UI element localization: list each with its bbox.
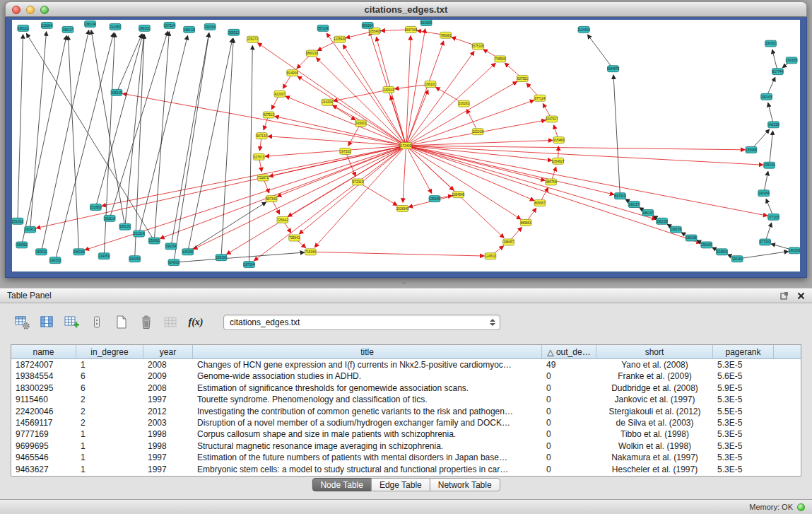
graph-node-label: 186134 <box>85 23 96 26</box>
graph-node-label: 190161 <box>732 257 743 261</box>
graph-node-label: 216304 <box>42 24 53 28</box>
cell-year: 2012 <box>143 406 193 417</box>
table-row[interactable]: 1872400712008Changes of HCN gene express… <box>11 359 801 370</box>
cell-title: Investigating the contribution of common… <box>193 406 542 417</box>
delete-table-icon[interactable] <box>138 314 155 331</box>
cell-year: 2003 <box>143 417 193 428</box>
table-row[interactable]: 946554611997Estimation of the future num… <box>11 452 801 463</box>
minimize-window-button[interactable] <box>26 6 35 14</box>
status-bar: Memory: OK <box>0 499 812 514</box>
network-canvas[interactable]: 1724091225430105540816973437850831575105… <box>12 20 800 271</box>
graph-node-label: 190164 <box>758 192 770 195</box>
cell-year: 1997 <box>143 394 193 405</box>
graph-node-label: 2134404 <box>577 28 590 32</box>
graph-node-label: 805957 <box>534 201 546 205</box>
graph-node-label: 972310 <box>353 180 364 184</box>
tab-edge-table[interactable]: Edge Table <box>371 478 430 491</box>
zoom-window-button[interactable] <box>40 6 49 14</box>
table-row[interactable]: 2242004622012Investigating the contribut… <box>11 406 801 417</box>
graph-node-label: 907343 <box>266 197 278 201</box>
table-row[interactable]: 1938455462009Genome-wide association stu… <box>11 370 801 382</box>
cell-title: Estimation of the future numbers of pati… <box>193 452 542 463</box>
graph-node-label: 327571 <box>254 156 265 159</box>
cell-short: Dudbridge et al. (2008) <box>596 382 713 394</box>
column-header-name[interactable]: name <box>11 345 76 358</box>
table-row[interactable]: 969969511998Structural magnetic resonanc… <box>11 440 801 452</box>
column-header-out[interactable]: △ out_de… <box>542 345 596 358</box>
graph-node-label: 214350 <box>110 25 121 29</box>
cell-short: Nakamura et al. (1997) <box>596 452 713 463</box>
cell-out: 0 <box>542 406 596 417</box>
cell-in_degree: 1 <box>76 452 143 463</box>
graph-node-label: 1047427 <box>546 117 558 121</box>
cell-pagerank: 5.3E-5 <box>713 440 774 452</box>
cell-name: 9699695 <box>11 440 76 452</box>
graph-node-label: 316261 <box>459 102 470 105</box>
column-header-short[interactable]: short <box>596 345 713 358</box>
graph-node-label: 205512 <box>228 31 240 35</box>
show-columns-icon[interactable] <box>39 314 56 331</box>
graph-node-label: 748503 <box>495 57 506 61</box>
graph-node-label: 637551 <box>517 77 529 81</box>
table-toolbar: f(x) citations_edges.txt <box>14 312 812 333</box>
table-row[interactable]: 1830029562008Estimation of significance … <box>11 382 801 394</box>
graph-node-label: 190159 <box>671 228 682 231</box>
table-mode-icon[interactable] <box>14 314 31 331</box>
new-file-icon[interactable] <box>113 314 130 331</box>
graph-node-label: 190153 <box>50 259 61 262</box>
create-column-icon[interactable] <box>64 314 81 331</box>
graph-node-label: 1054927 <box>552 160 565 163</box>
column-header-in_degree[interactable]: in_degree <box>76 345 143 358</box>
function-builder-icon[interactable]: f(x) <box>187 314 204 331</box>
graph-node-label: 105144 <box>764 163 775 167</box>
graph-node-label: 1860216 <box>305 52 318 55</box>
table-row[interactable]: 946362711997Embryonic stem cells: a mode… <box>11 464 801 475</box>
cell-year: 1998 <box>143 440 193 452</box>
network-graph[interactable]: 1724091225430105540816973437850831575105… <box>12 20 800 271</box>
table-row[interactable]: 911546021997Tourette syndrome. Phenomeno… <box>11 394 801 405</box>
tab-network-table[interactable]: Network Table <box>430 478 500 491</box>
graph-node-label: 252661 <box>149 239 160 243</box>
table-row[interactable]: 977716911998Corpus callosum shape and si… <box>11 428 801 440</box>
graph-node-label: 124510 <box>485 255 496 258</box>
graph-node-label: 135345 <box>429 197 440 201</box>
cell-pagerank: 5.3E-5 <box>713 428 774 440</box>
graph-node-label: 677202 <box>760 240 771 244</box>
cell-out: 0 <box>542 382 596 394</box>
graph-node-label: 1354545 <box>452 193 465 197</box>
graph-node-label: 927744 <box>772 70 784 74</box>
cell-title: Disruption of a novel member of a sodium… <box>193 417 542 428</box>
graph-node-label: 186138 <box>686 236 698 240</box>
delete-column-icon[interactable] <box>88 314 105 331</box>
cell-title: Genome-wide association studies in ADHD. <box>193 370 542 382</box>
column-header-title[interactable]: title <box>193 345 542 358</box>
column-header-year[interactable]: year <box>143 345 193 358</box>
table-row[interactable]: 1456911722003Disruption of a novel membe… <box>11 417 801 428</box>
graph-node-label: 877114 <box>535 97 546 100</box>
graph-node-label: 186133 <box>184 28 195 32</box>
cell-title: Changes of HCN gene expression and I(f) … <box>193 359 542 370</box>
panel-splitter-grip[interactable] <box>400 281 408 285</box>
cell-short: Tibbo et al. (1998) <box>596 428 713 440</box>
float-panel-icon[interactable] <box>780 291 789 300</box>
close-window-button[interactable] <box>12 6 20 14</box>
cell-pagerank: 5.3E-5 <box>713 394 774 405</box>
tab-node-table[interactable]: Node Table <box>312 478 372 491</box>
graph-node-label: 186132 <box>18 27 29 30</box>
graph-node-label: 214204 <box>322 100 333 104</box>
graph-node-label: 1697343 <box>405 28 418 32</box>
memory-status-label: Memory: OK <box>749 503 793 511</box>
graph-node-label: 190162 <box>765 42 777 45</box>
graph-node-label: 190166 <box>789 249 800 252</box>
attribute-table: namein_degreeyeartitle△ out_de…shortpage… <box>11 344 801 477</box>
graph-node-label: 193002 <box>355 122 367 125</box>
cell-in_degree: 2 <box>76 417 143 428</box>
close-panel-icon[interactable] <box>797 292 805 300</box>
graph-node-label: 667919 <box>615 194 626 198</box>
cell-pagerank: 5.5E-5 <box>713 406 774 417</box>
graph-node-label: 196101 <box>425 83 436 86</box>
column-header-pagerank[interactable]: pagerank <box>713 345 774 358</box>
cell-name: 22420046 <box>11 406 76 417</box>
graph-node-label: 186137 <box>642 211 654 215</box>
table-selector-dropdown[interactable]: citations_edges.txt <box>223 315 500 330</box>
